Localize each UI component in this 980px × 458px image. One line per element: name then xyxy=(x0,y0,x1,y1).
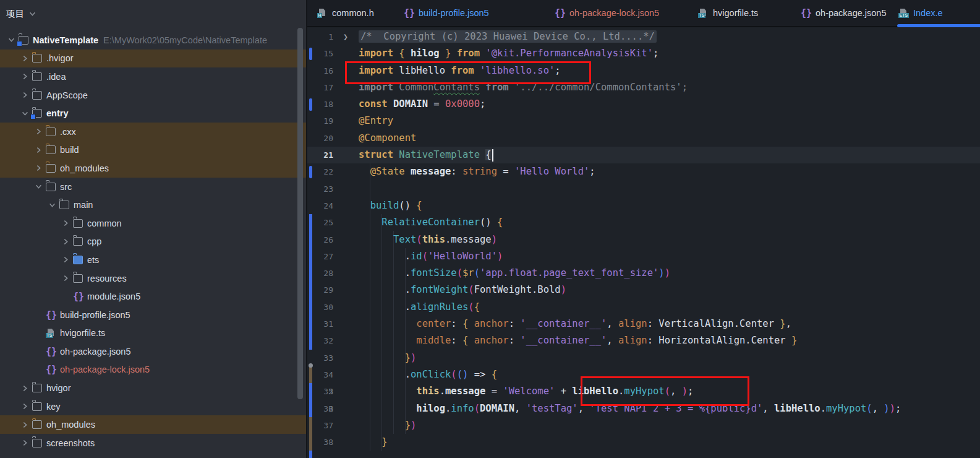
code-text[interactable]: .fontSize($r('app.float.page_text_font_s… xyxy=(359,265,670,282)
code-line-17[interactable]: 17import CommonContants from '../../comm… xyxy=(307,79,980,96)
code-line-35[interactable]: 35 this.message = 'Welcome' + libHello.m… xyxy=(307,383,980,400)
tree-item-hvigorfile-ts[interactable]: hvigorfile.ts xyxy=(0,324,306,343)
chevron-collapsed-icon[interactable] xyxy=(62,238,69,245)
tree-item-module-json5[interactable]: {}module.json5 xyxy=(0,287,306,306)
code-line-21[interactable]: 21struct NativeTemplate { xyxy=(307,147,980,163)
tab-hvigorfile-ts[interactable]: hvigorfile.ts xyxy=(688,0,758,26)
code-line-23[interactable]: 23 xyxy=(307,181,980,197)
tree-item-oh-package-lock-json5[interactable]: {}oh-package-lock.json5 xyxy=(0,361,306,379)
tab-common-h[interactable]: common.h xyxy=(307,0,374,26)
code-line-30[interactable]: 30 .alignRules({ xyxy=(307,299,980,316)
chevron-collapsed-icon[interactable] xyxy=(35,165,42,172)
tree-item-entry[interactable]: entry xyxy=(0,104,306,123)
chevron-expanded-icon[interactable] xyxy=(21,110,28,117)
chevron-collapsed-icon[interactable] xyxy=(21,54,28,62)
chevron-collapsed-icon[interactable] xyxy=(62,275,69,282)
tree-item-idea[interactable]: .idea xyxy=(0,67,306,86)
tab-oh-package-json5[interactable]: {}oh-package.json5 xyxy=(791,0,886,26)
chevron-collapsed-icon[interactable] xyxy=(21,384,28,392)
code-line-26[interactable]: 26 Text(this.message) xyxy=(307,231,980,248)
tree-item-common[interactable]: common xyxy=(0,214,306,233)
code-line-24[interactable]: 24 build() { xyxy=(307,197,980,214)
code-text[interactable]: middle: { anchor: '__container__', align… xyxy=(359,332,797,349)
project-tree-scrollbar[interactable] xyxy=(297,28,303,399)
code-text[interactable]: @State message: string = 'Hello World'; xyxy=(359,163,595,180)
code-text[interactable]: import CommonContants from '../../common… xyxy=(359,79,688,96)
tree-item-resources[interactable]: resources xyxy=(0,269,306,288)
code-text[interactable]: Text(this.message) xyxy=(359,231,497,248)
code-line-27[interactable]: 27 .id('HelloWorld') xyxy=(307,248,980,265)
tree-item-hvigor[interactable]: hvigor xyxy=(0,379,306,397)
chevron-expanded-icon[interactable] xyxy=(48,201,56,209)
code-text[interactable]: build() { xyxy=(359,197,422,214)
code-text[interactable]: @Entry xyxy=(359,113,393,129)
code-text[interactable]: }) xyxy=(359,417,416,434)
code-line-32[interactable]: 32 middle: { anchor: '__container__', al… xyxy=(307,332,980,349)
code-line-28[interactable]: 28 .fontSize($r('app.float.page_text_fon… xyxy=(307,265,980,282)
code-line-34[interactable]: 34 .onClick(() => { xyxy=(307,366,980,383)
code-line-16[interactable]: 16import libHello from 'libhello.so'; xyxy=(307,63,980,79)
tree-item-hvigor[interactable]: .hvigor xyxy=(0,50,306,68)
code-text[interactable]: this.message = 'Welcome' + libHello.myHy… xyxy=(359,383,693,400)
code-line-38[interactable]: 38 } xyxy=(307,434,980,451)
code-text[interactable]: } xyxy=(359,434,388,451)
chevron-down-icon[interactable] xyxy=(28,10,36,17)
chevron-collapsed-icon[interactable] xyxy=(21,92,28,99)
chevron-collapsed-icon[interactable] xyxy=(21,439,28,447)
code-line-18[interactable]: 18const DOMAIN = 0x0000; xyxy=(307,96,980,113)
tree-item-build-profile-json5[interactable]: {}build-profile.json5 xyxy=(0,306,306,324)
code-text[interactable]: const DOMAIN = 0x0000; xyxy=(359,96,485,113)
code-text[interactable]: .alignRules({ xyxy=(359,299,480,316)
chevron-collapsed-icon[interactable] xyxy=(62,220,69,227)
tree-item-key[interactable]: key xyxy=(0,397,306,416)
tree-item-ets[interactable]: ets xyxy=(0,251,306,269)
code-line-15[interactable]: 15import { hilog } from '@kit.Performanc… xyxy=(307,45,980,62)
code-line-25[interactable]: 25 RelativeContainer() { xyxy=(307,214,980,231)
code-line-36[interactable]: 36 hilog.info(DOMAIN, 'testTag', 'Test N… xyxy=(307,400,980,417)
code-text[interactable]: }) xyxy=(359,350,416,366)
code-text[interactable]: RelativeContainer() { xyxy=(359,214,503,231)
code-line-29[interactable]: 29 .fontWeight(FontWeight.Bold) xyxy=(307,282,980,298)
code-line-20[interactable]: 20@Component xyxy=(307,130,980,147)
code-text[interactable]: .fontWeight(FontWeight.Bold) xyxy=(359,282,566,298)
tree-item-screenshots[interactable]: screenshots xyxy=(0,434,306,452)
tree-item-src[interactable]: src xyxy=(0,178,306,196)
code-text[interactable]: /* Copyright (c) 2023 Huawei Device Co.,… xyxy=(359,28,657,45)
code-text[interactable]: import { hilog } from '@kit.PerformanceA… xyxy=(359,45,658,62)
tree-item-main[interactable]: main xyxy=(0,196,306,214)
tab-oh-package-lock-json5[interactable]: {}oh-package-lock.json5 xyxy=(545,0,659,26)
tab-build-profile-json5[interactable]: {}build-profile.json5 xyxy=(394,0,489,26)
code-line-1[interactable]: 1❯/* Copyright (c) 2023 Huawei Device Co… xyxy=(307,28,980,45)
tree-item-oh-modules[interactable]: oh_modules xyxy=(0,159,306,178)
chevron-collapsed-icon[interactable] xyxy=(21,73,28,80)
chevron-collapsed-icon[interactable] xyxy=(35,128,42,136)
code-text[interactable]: center: { anchor: '__container__', align… xyxy=(359,316,791,332)
tree-item-build[interactable]: build xyxy=(0,141,306,160)
chevron-collapsed-icon[interactable] xyxy=(62,256,69,264)
code-text[interactable]: .id('HelloWorld') xyxy=(359,248,503,265)
code-text[interactable]: @Component xyxy=(359,130,416,147)
chevron-collapsed-icon[interactable] xyxy=(35,146,42,153)
chevron-collapsed-icon[interactable] xyxy=(21,421,28,428)
code-line-31[interactable]: 31 center: { anchor: '__container__', al… xyxy=(307,316,980,332)
chevron-expanded-icon[interactable] xyxy=(35,183,42,191)
code-text[interactable]: import libHello from 'libhello.so'; xyxy=(359,63,561,79)
code-line-37[interactable]: 37 }) xyxy=(307,417,980,434)
chevron-expanded-icon[interactable] xyxy=(7,37,15,44)
code-text[interactable]: hilog.info(DOMAIN, 'testTag', 'Test NAPI… xyxy=(359,400,901,417)
code-line-22[interactable]: 22 @State message: string = 'Hello World… xyxy=(307,163,980,180)
tree-item-oh-modules[interactable]: oh_modules xyxy=(0,415,306,434)
tree-item-cxx[interactable]: .cxx xyxy=(0,123,306,141)
tree-item-cpp[interactable]: cpp xyxy=(0,233,306,251)
code-line-33[interactable]: 33 }) xyxy=(307,350,980,366)
tree-item-oh-package-json5[interactable]: {}oh-package.json5 xyxy=(0,342,306,361)
code-line-19[interactable]: 19@Entry xyxy=(307,113,980,129)
tree-item-appscope[interactable]: AppScope xyxy=(0,86,306,105)
tree-item-nativetemplate[interactable]: NativeTemplateE:\MyWork02\05myCode\Nativ… xyxy=(0,31,306,50)
code-text[interactable]: .onClick(() => { xyxy=(359,366,497,383)
code-text[interactable]: struct NativeTemplate { xyxy=(359,147,493,163)
code-line-extra[interactable] xyxy=(307,451,980,458)
tab-index-e[interactable]: Index.e xyxy=(888,0,943,26)
chevron-collapsed-icon[interactable] xyxy=(21,403,28,410)
fold-arrow-icon[interactable]: ❯ xyxy=(343,28,348,45)
